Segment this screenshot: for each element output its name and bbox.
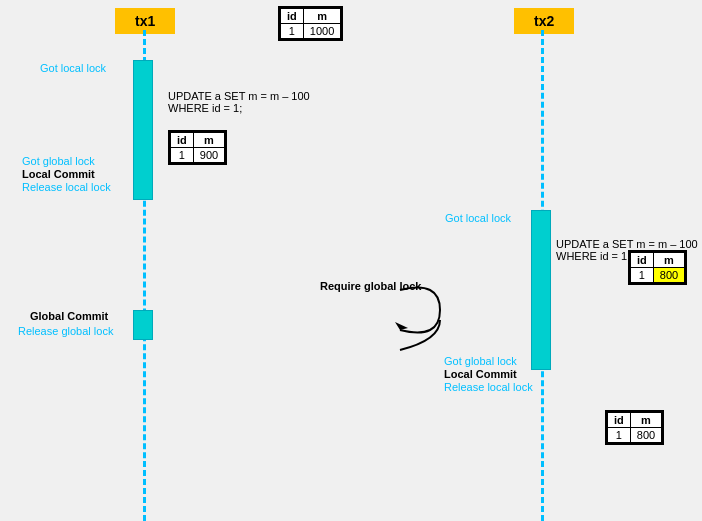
tx1-update-sql: UPDATE a SET m = m – 100 WHERE id = 1; <box>168 90 310 114</box>
tx1-table: idm 1900 <box>168 130 227 165</box>
tx2-execution-bar <box>531 210 551 370</box>
svg-marker-0 <box>395 322 408 330</box>
tx2-inline-table: idm 1800 <box>628 250 687 285</box>
initial-table: idm 11000 <box>278 6 343 41</box>
tx1-execution-bar <box>133 60 153 200</box>
diagram: tx1 tx2 idm 11000 Got local lock UPDATE … <box>0 0 702 521</box>
tx1-global-commit-bar <box>133 310 153 340</box>
tx1-got-global-lock: Got global lock <box>22 155 95 167</box>
tx1-release-global-lock: Release global lock <box>18 325 113 337</box>
tx2-release-local-lock: Release local lock <box>444 381 533 393</box>
tx2-got-global-lock: Got global lock <box>444 355 517 367</box>
tx2-label: tx2 <box>514 8 574 34</box>
tx2-bottom-table: idm 1800 <box>605 410 664 445</box>
global-lock-arrows <box>310 270 460 350</box>
tx1-release-local-lock: Release local lock <box>22 181 111 193</box>
tx1-got-local-lock: Got local lock <box>40 62 106 74</box>
tx2-local-commit: Local Commit <box>444 368 517 380</box>
tx1-local-commit: Local Commit <box>22 168 95 180</box>
tx2-got-local-lock: Got local lock <box>445 212 511 224</box>
tx1-global-commit: Global Commit <box>30 310 108 322</box>
